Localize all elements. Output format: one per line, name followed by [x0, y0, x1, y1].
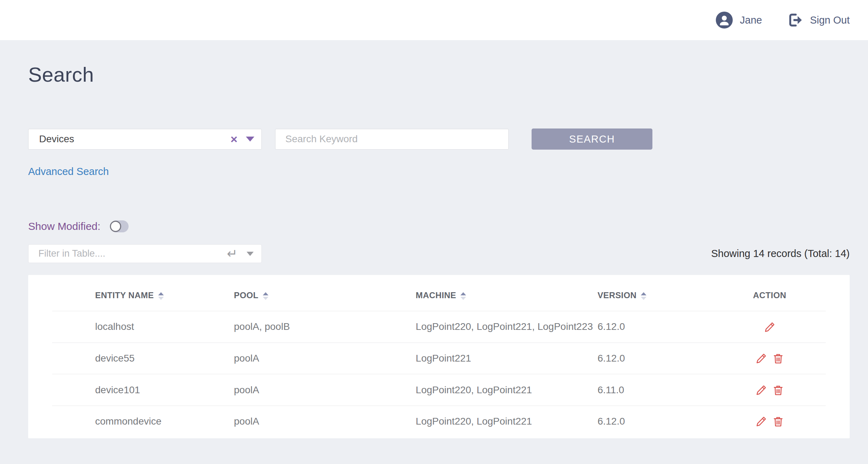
sort-icon[interactable]	[158, 292, 164, 300]
records-summary: Showing 14 records (Total: 14)	[711, 248, 850, 259]
show-modified-label: Show Modified:	[28, 220, 100, 232]
main-content: Search Devices × SEARCH Advanced Search …	[0, 63, 868, 438]
clear-icon[interactable]: ×	[230, 133, 237, 145]
delete-icon[interactable]	[772, 384, 784, 396]
cell-version: 6.11.0	[597, 374, 713, 406]
column-label: ENTITY NAME	[95, 290, 154, 300]
table-row: device55poolALogPoint2216.12.0	[52, 343, 826, 374]
table-filter: ↵	[28, 244, 262, 263]
column-header-pool[interactable]: POOL	[234, 275, 416, 311]
cell-machine: LogPoint220, LogPoint221, LogPoint223	[416, 311, 597, 343]
table-body: localhostpoolA, poolBLogPoint220, LogPoi…	[52, 311, 826, 437]
cell-pool: poolA	[234, 374, 416, 406]
cell-machine: LogPoint220, LogPoint221	[416, 406, 597, 437]
column-header-entity_name[interactable]: ENTITY NAME	[52, 275, 234, 311]
table-row: commondevicepoolALogPoint220, LogPoint22…	[52, 406, 826, 437]
edit-icon[interactable]	[764, 321, 776, 333]
category-select-value: Devices	[39, 133, 230, 145]
filter-chevron-down-icon[interactable]	[247, 252, 254, 256]
cell-actions	[714, 311, 826, 343]
user-avatar-icon	[716, 12, 733, 29]
show-modified-row: Show Modified:	[28, 220, 850, 232]
delete-icon[interactable]	[772, 352, 784, 364]
results-table: ENTITY NAMEPOOLMACHINEVERSIONACTION loca…	[52, 275, 826, 437]
column-label: POOL	[234, 290, 259, 300]
cell-entity_name: commondevice	[52, 406, 234, 437]
sort-icon[interactable]	[641, 292, 646, 300]
table-header-row: ENTITY NAMEPOOLMACHINEVERSIONACTION	[52, 275, 826, 311]
table-filter-input[interactable]	[38, 248, 227, 259]
column-label: VERSION	[597, 290, 637, 300]
table-row: device101poolALogPoint220, LogPoint2216.…	[52, 374, 826, 406]
edit-icon[interactable]	[755, 352, 767, 364]
edit-icon[interactable]	[755, 415, 767, 427]
edit-icon[interactable]	[755, 384, 767, 396]
column-header-action: ACTION	[714, 275, 826, 311]
cell-version: 6.12.0	[597, 406, 713, 437]
cell-entity_name: localhost	[52, 311, 234, 343]
column-header-machine[interactable]: MACHINE	[416, 275, 597, 311]
cell-version: 6.12.0	[597, 311, 713, 343]
top-bar: Jane Sign Out	[0, 0, 868, 40]
user-menu[interactable]: Jane	[716, 12, 762, 29]
cell-pool: poolA	[234, 406, 416, 437]
cell-actions	[714, 343, 826, 374]
sign-out-icon	[787, 12, 803, 28]
cell-machine: LogPoint221	[416, 343, 597, 374]
advanced-search-link[interactable]: Advanced Search	[28, 166, 109, 177]
category-select[interactable]: Devices ×	[28, 129, 262, 150]
cell-actions	[714, 374, 826, 406]
cell-actions	[714, 406, 826, 437]
column-header-version[interactable]: VERSION	[597, 275, 713, 311]
sign-out-label: Sign Out	[810, 14, 850, 26]
delete-icon[interactable]	[772, 415, 784, 427]
sort-icon[interactable]	[460, 292, 466, 300]
sign-out-button[interactable]: Sign Out	[787, 12, 850, 28]
user-name: Jane	[740, 14, 762, 26]
cell-machine: LogPoint220, LogPoint221	[416, 374, 597, 406]
column-label: MACHINE	[416, 290, 456, 300]
filter-row: ↵ Showing 14 records (Total: 14)	[28, 244, 850, 263]
chevron-down-icon[interactable]	[246, 137, 254, 142]
enter-icon[interactable]: ↵	[227, 247, 237, 260]
search-keyword-input[interactable]	[275, 129, 509, 150]
cell-version: 6.12.0	[597, 343, 713, 374]
cell-pool: poolA	[234, 343, 416, 374]
cell-entity_name: device101	[52, 374, 234, 406]
search-controls: Devices × SEARCH	[28, 128, 850, 150]
show-modified-toggle[interactable]	[110, 220, 129, 232]
column-label: ACTION	[753, 290, 786, 300]
results-table-card: ENTITY NAMEPOOLMACHINEVERSIONACTION loca…	[28, 275, 850, 438]
page-title: Search	[28, 63, 850, 86]
sort-icon[interactable]	[263, 292, 268, 300]
search-button[interactable]: SEARCH	[532, 128, 652, 150]
cell-pool: poolA, poolB	[234, 311, 416, 343]
table-row: localhostpoolA, poolBLogPoint220, LogPoi…	[52, 311, 826, 343]
toggle-knob	[110, 221, 121, 232]
cell-entity_name: device55	[52, 343, 234, 374]
